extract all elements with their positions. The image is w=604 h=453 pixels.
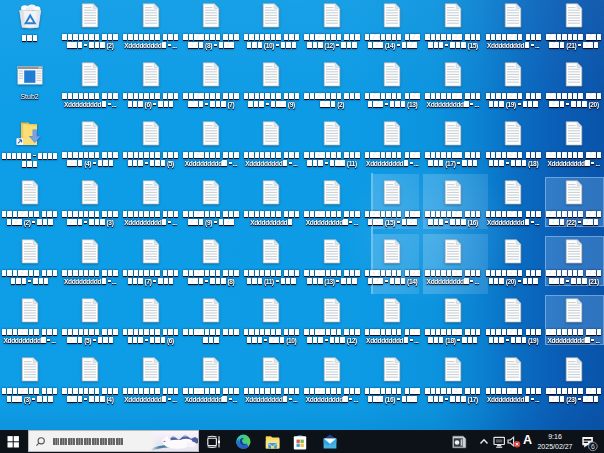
svg-text:6: 6 [591, 442, 595, 449]
